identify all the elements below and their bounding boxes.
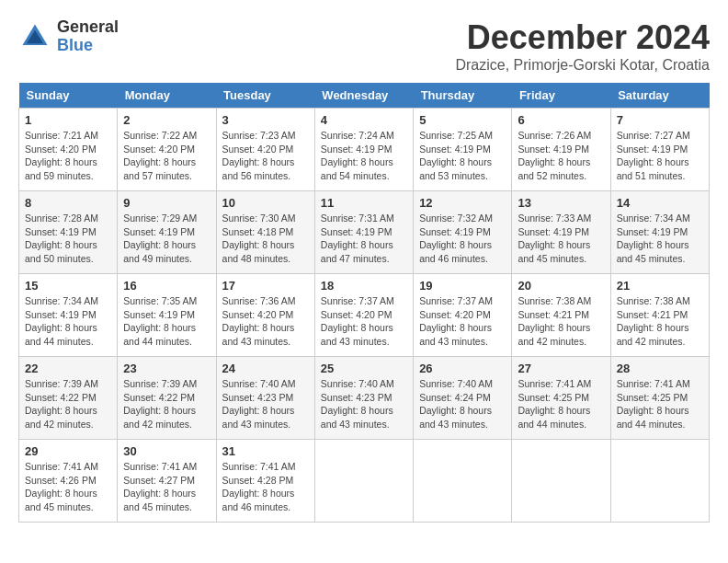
day-info: Sunrise: 7:35 AM Sunset: 4:19 PM Dayligh…	[123, 294, 210, 349]
table-cell: 12Sunrise: 7:32 AM Sunset: 4:19 PM Dayli…	[414, 191, 512, 274]
table-cell: 8Sunrise: 7:28 AM Sunset: 4:19 PM Daylig…	[19, 191, 118, 274]
table-cell: 26Sunrise: 7:40 AM Sunset: 4:24 PM Dayli…	[414, 357, 512, 440]
day-number: 31	[222, 444, 309, 458]
day-number: 14	[617, 196, 703, 210]
day-number: 4	[321, 113, 407, 127]
table-cell: 21Sunrise: 7:38 AM Sunset: 4:21 PM Dayli…	[610, 274, 709, 357]
table-cell: 11Sunrise: 7:31 AM Sunset: 4:19 PM Dayli…	[314, 191, 413, 274]
day-info: Sunrise: 7:38 AM Sunset: 4:21 PM Dayligh…	[617, 294, 703, 349]
table-cell: 22Sunrise: 7:39 AM Sunset: 4:22 PM Dayli…	[19, 357, 118, 440]
week-row-3: 15Sunrise: 7:34 AM Sunset: 4:19 PM Dayli…	[19, 274, 710, 357]
day-number: 3	[222, 113, 309, 127]
day-number: 26	[419, 362, 506, 375]
day-info: Sunrise: 7:34 AM Sunset: 4:19 PM Dayligh…	[25, 294, 111, 349]
table-cell: 18Sunrise: 7:37 AM Sunset: 4:20 PM Dayli…	[314, 274, 413, 357]
table-cell: 7Sunrise: 7:27 AM Sunset: 4:19 PM Daylig…	[610, 109, 709, 191]
day-number: 16	[123, 279, 210, 293]
day-info: Sunrise: 7:41 AM Sunset: 4:26 PM Dayligh…	[25, 460, 111, 514]
table-cell: 17Sunrise: 7:36 AM Sunset: 4:20 PM Dayli…	[216, 274, 314, 357]
day-number: 15	[25, 279, 111, 293]
day-number: 9	[123, 196, 210, 210]
day-number: 18	[321, 279, 407, 293]
table-cell: 16Sunrise: 7:35 AM Sunset: 4:19 PM Dayli…	[118, 274, 216, 357]
day-info: Sunrise: 7:24 AM Sunset: 4:19 PM Dayligh…	[321, 129, 407, 183]
table-cell: 20Sunrise: 7:38 AM Sunset: 4:21 PM Dayli…	[512, 274, 610, 357]
day-info: Sunrise: 7:32 AM Sunset: 4:19 PM Dayligh…	[419, 212, 506, 266]
weekday-header-row: Sunday Monday Tuesday Wednesday Thursday…	[19, 83, 710, 109]
table-cell: 15Sunrise: 7:34 AM Sunset: 4:19 PM Dayli…	[19, 274, 118, 357]
day-info: Sunrise: 7:26 AM Sunset: 4:19 PM Dayligh…	[518, 129, 604, 183]
day-info: Sunrise: 7:30 AM Sunset: 4:18 PM Dayligh…	[222, 212, 309, 266]
header-monday: Monday	[118, 83, 216, 109]
day-number: 22	[25, 362, 111, 375]
day-number: 23	[123, 362, 210, 375]
table-cell: 28Sunrise: 7:41 AM Sunset: 4:25 PM Dayli…	[610, 357, 709, 440]
header-thursday: Thursday	[414, 83, 512, 109]
header-sunday: Sunday	[19, 83, 118, 109]
day-number: 10	[222, 196, 309, 210]
day-info: Sunrise: 7:41 AM Sunset: 4:27 PM Dayligh…	[123, 460, 210, 514]
header-wednesday: Wednesday	[314, 83, 413, 109]
table-cell	[414, 440, 512, 523]
table-cell: 19Sunrise: 7:37 AM Sunset: 4:20 PM Dayli…	[414, 274, 512, 357]
day-number: 13	[518, 196, 604, 210]
day-number: 2	[123, 113, 210, 127]
header-friday: Friday	[512, 83, 610, 109]
day-info: Sunrise: 7:41 AM Sunset: 4:25 PM Dayligh…	[518, 377, 604, 431]
header: General Blue December 2024 Drazice, Prim…	[18, 18, 710, 74]
table-cell: 3Sunrise: 7:23 AM Sunset: 4:20 PM Daylig…	[216, 109, 314, 191]
table-cell: 29Sunrise: 7:41 AM Sunset: 4:26 PM Dayli…	[19, 440, 118, 523]
day-number: 30	[123, 444, 210, 458]
day-info: Sunrise: 7:33 AM Sunset: 4:19 PM Dayligh…	[518, 212, 604, 266]
day-number: 29	[25, 444, 111, 458]
day-info: Sunrise: 7:36 AM Sunset: 4:20 PM Dayligh…	[222, 294, 309, 349]
table-cell: 27Sunrise: 7:41 AM Sunset: 4:25 PM Dayli…	[512, 357, 610, 440]
day-info: Sunrise: 7:27 AM Sunset: 4:19 PM Dayligh…	[617, 129, 703, 183]
table-cell: 10Sunrise: 7:30 AM Sunset: 4:18 PM Dayli…	[216, 191, 314, 274]
day-number: 21	[617, 279, 703, 293]
table-cell: 30Sunrise: 7:41 AM Sunset: 4:27 PM Dayli…	[118, 440, 216, 523]
day-number: 1	[25, 113, 111, 127]
table-cell: 4Sunrise: 7:24 AM Sunset: 4:19 PM Daylig…	[314, 109, 413, 191]
header-saturday: Saturday	[610, 83, 709, 109]
logo: General Blue	[18, 18, 119, 55]
month-title: December 2024	[455, 18, 710, 57]
table-cell: 9Sunrise: 7:29 AM Sunset: 4:19 PM Daylig…	[118, 191, 216, 274]
day-number: 12	[419, 196, 506, 210]
table-cell: 1Sunrise: 7:21 AM Sunset: 4:20 PM Daylig…	[19, 109, 118, 191]
day-info: Sunrise: 7:40 AM Sunset: 4:23 PM Dayligh…	[321, 377, 407, 431]
calendar-table: Sunday Monday Tuesday Wednesday Thursday…	[18, 83, 710, 523]
table-cell: 5Sunrise: 7:25 AM Sunset: 4:19 PM Daylig…	[414, 109, 512, 191]
day-info: Sunrise: 7:37 AM Sunset: 4:20 PM Dayligh…	[321, 294, 407, 349]
day-info: Sunrise: 7:25 AM Sunset: 4:19 PM Dayligh…	[419, 129, 506, 183]
day-info: Sunrise: 7:34 AM Sunset: 4:19 PM Dayligh…	[617, 212, 703, 266]
table-cell	[314, 440, 413, 523]
day-number: 20	[518, 279, 604, 293]
title-block: December 2024 Drazice, Primorje-Gorski K…	[455, 18, 710, 74]
table-cell: 31Sunrise: 7:41 AM Sunset: 4:28 PM Dayli…	[216, 440, 314, 523]
day-info: Sunrise: 7:41 AM Sunset: 4:28 PM Dayligh…	[222, 460, 309, 514]
day-info: Sunrise: 7:21 AM Sunset: 4:20 PM Dayligh…	[25, 129, 111, 183]
location-title: Drazice, Primorje-Gorski Kotar, Croatia	[455, 57, 710, 74]
table-cell: 14Sunrise: 7:34 AM Sunset: 4:19 PM Dayli…	[610, 191, 709, 274]
week-row-4: 22Sunrise: 7:39 AM Sunset: 4:22 PM Dayli…	[19, 357, 710, 440]
day-number: 24	[222, 362, 309, 375]
day-info: Sunrise: 7:40 AM Sunset: 4:24 PM Dayligh…	[419, 377, 506, 431]
day-info: Sunrise: 7:41 AM Sunset: 4:25 PM Dayligh…	[617, 377, 703, 431]
day-info: Sunrise: 7:38 AM Sunset: 4:21 PM Dayligh…	[518, 294, 604, 349]
week-row-1: 1Sunrise: 7:21 AM Sunset: 4:20 PM Daylig…	[19, 109, 710, 191]
day-info: Sunrise: 7:22 AM Sunset: 4:20 PM Dayligh…	[123, 129, 210, 183]
week-row-5: 29Sunrise: 7:41 AM Sunset: 4:26 PM Dayli…	[19, 440, 710, 523]
day-number: 8	[25, 196, 111, 210]
day-number: 19	[419, 279, 506, 293]
table-cell: 2Sunrise: 7:22 AM Sunset: 4:20 PM Daylig…	[118, 109, 216, 191]
day-info: Sunrise: 7:23 AM Sunset: 4:20 PM Dayligh…	[222, 129, 309, 183]
table-cell: 13Sunrise: 7:33 AM Sunset: 4:19 PM Dayli…	[512, 191, 610, 274]
day-number: 7	[617, 113, 703, 127]
day-info: Sunrise: 7:28 AM Sunset: 4:19 PM Dayligh…	[25, 212, 111, 266]
day-info: Sunrise: 7:37 AM Sunset: 4:20 PM Dayligh…	[419, 294, 506, 349]
day-number: 11	[321, 196, 407, 210]
day-number: 5	[419, 113, 506, 127]
table-cell: 6Sunrise: 7:26 AM Sunset: 4:19 PM Daylig…	[512, 109, 610, 191]
day-number: 25	[321, 362, 407, 375]
